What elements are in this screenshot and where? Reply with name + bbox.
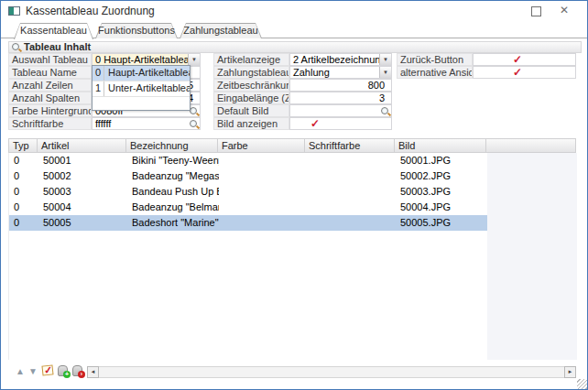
cell-bild: 50001.JPG	[396, 153, 487, 168]
cell-schriftfarbe	[306, 153, 396, 168]
column-header-schriftfarbe[interactable]: Schriftfarbe	[305, 138, 395, 153]
input-schriftfarbe[interactable]: ffffff	[92, 117, 201, 130]
color-lookup-icon[interactable]	[190, 107, 197, 114]
cell-typ: 0	[9, 200, 38, 215]
checked-icon: ✓	[513, 54, 522, 65]
checked-icon: ✓	[513, 67, 522, 78]
combo-zahlungstableau[interactable]: Zahlung ▼	[289, 66, 392, 79]
cell-bild: 50002.JPG	[396, 168, 487, 184]
item-number: 1	[93, 81, 104, 96]
label-farbe-hintergrund: Farbe Hintergrund	[8, 104, 92, 117]
column-header-bild[interactable]: Bild	[395, 138, 486, 153]
cell-bild: 50005.JPG	[396, 215, 487, 231]
scroll-left-button[interactable]: ◄	[87, 366, 99, 378]
label-anzahl-spalten: Anzahl Spalten	[8, 92, 92, 104]
input-default-bild[interactable]	[289, 104, 392, 117]
combo-value: Zahlung	[293, 67, 330, 78]
add-record-button[interactable]: +	[58, 365, 71, 378]
note-check-icon: ✓	[41, 364, 53, 375]
cell-farbe	[219, 184, 306, 200]
field-value: 800	[368, 80, 385, 91]
window-title: Kassentableau Zuordnung	[26, 5, 155, 17]
checkbox-bild-anzeigen[interactable]: ✓	[289, 117, 392, 130]
table-row[interactable]: 0 50001 Bikini "Teeny-Weeny" 50001.JPG	[9, 153, 487, 168]
cell-farbe	[219, 215, 306, 231]
item-label: Haupt-Artikeltableau	[104, 66, 190, 81]
cell-schriftfarbe	[306, 215, 396, 231]
tab-label: Kassentableau	[14, 23, 93, 39]
cell-farbe	[219, 153, 306, 168]
maximize-button[interactable]	[531, 6, 541, 16]
article-table: 0 50001 Bikini "Teeny-Weeny" 50001.JPG 0…	[8, 153, 576, 360]
cell-bezeichnung: Badeshort "Marine"	[127, 215, 219, 231]
arrow-badge-icon: ›	[78, 371, 85, 378]
cell-schriftfarbe	[306, 184, 396, 200]
label-default-bild: Default Bild	[213, 104, 289, 117]
plus-badge-icon: +	[63, 371, 71, 378]
auswahl-tableau-dropdown-list: 0 Haupt-Artikeltableau 1 Unter-Artikelta…	[92, 65, 191, 111]
field-value: 3	[379, 92, 385, 103]
label-zeitbeschraenkung: Zeitbeschränkung (ms)	[213, 79, 289, 92]
delete-record-button[interactable]: ›	[72, 365, 85, 378]
combo-auswahl-tableau[interactable]: 0 Haupt-Artikeltableau ▼	[92, 53, 201, 66]
cell-typ: 0	[9, 153, 38, 168]
up-triangle-icon: ▲	[16, 366, 25, 376]
scroll-right-button[interactable]: ►	[564, 366, 576, 378]
resize-grip[interactable]	[577, 379, 587, 389]
combo-value: 2 Artikelbezeichnung	[293, 54, 387, 65]
table-row-selected[interactable]: 0 50005 Badeshort "Marine" 50005.JPG	[9, 215, 487, 231]
dropdown-item-haupt-artikeltableau[interactable]: 0 Haupt-Artikeltableau	[93, 66, 190, 81]
column-header-bezeichnung[interactable]: Bezeichnung	[126, 138, 218, 153]
image-lookup-icon[interactable]	[381, 107, 388, 114]
cell-artikel: 50001	[38, 153, 127, 168]
tab-kassentableau[interactable]: Kassentableau	[14, 23, 93, 39]
cell-schriftfarbe	[306, 168, 396, 184]
tab-label: Zahlungstableau	[180, 23, 262, 38]
cell-bezeichnung: Badeanzug "Megasun"	[127, 168, 219, 184]
confirm-edit-button[interactable]: ✓	[42, 365, 55, 378]
table-row[interactable]: 0 50002 Badeanzug "Megasun" 50002.JPG	[9, 168, 487, 184]
combo-artikelanzeige[interactable]: 2 Artikelbezeichnung ▼	[289, 53, 392, 66]
column-header-typ[interactable]: Typ	[8, 138, 38, 153]
label-anzahl-zeilen: Anzahl Zeilen	[8, 79, 92, 92]
label-bild-anzeigen: Bild anzeigen	[213, 117, 289, 130]
checkbox-alternative-ansicht[interactable]: ✓	[473, 66, 576, 79]
titlebar: Kassentableau Zuordnung ✕	[1, 1, 587, 21]
group-title: Tableau Inhalt	[24, 42, 91, 52]
label-zurueck-button: Zurück-Button	[397, 53, 473, 66]
move-down-button[interactable]: ▼	[28, 365, 38, 378]
checkbox-zurueck-button[interactable]: ✓	[473, 53, 576, 66]
dropdown-arrow-icon[interactable]: ▼	[188, 54, 200, 65]
database-add-icon: +	[58, 365, 68, 376]
tab-zahlungstableau[interactable]: Zahlungstableau	[180, 23, 262, 38]
cell-bezeichnung: Badeanzug "Belmare"	[127, 200, 219, 215]
combo-value: 0 Haupt-Artikeltableau	[95, 54, 195, 65]
magnifier-icon	[12, 43, 19, 50]
close-button[interactable]: ✕	[558, 3, 571, 17]
item-label: Unter-Artikeltableau	[104, 81, 190, 96]
label-eingabelaenge: Eingabelänge (Zeichen)	[213, 92, 289, 104]
dropdown-arrow-icon[interactable]: ▼	[379, 54, 391, 65]
input-eingabelaenge[interactable]: 3	[289, 92, 392, 104]
dropdown-arrow-icon[interactable]: ▼	[379, 67, 391, 78]
column-header-farbe[interactable]: Farbe	[218, 138, 305, 153]
label-tableau-name: Tableau Name	[8, 66, 92, 79]
checked-icon: ✓	[43, 363, 52, 375]
cell-farbe	[219, 200, 306, 215]
column-header-filler	[486, 138, 576, 153]
app-icon	[8, 6, 20, 16]
dropdown-item-unter-artikeltableau[interactable]: 1 Unter-Artikeltableau	[93, 81, 190, 97]
horizontal-scrollbar-track[interactable]	[99, 366, 564, 378]
input-zeitbeschraenkung[interactable]: 800	[289, 79, 392, 92]
cell-artikel: 50005	[38, 215, 127, 231]
cell-artikel: 50004	[38, 200, 127, 215]
column-header-artikel[interactable]: Artikel	[38, 138, 126, 153]
tab-funktionsbuttons[interactable]: Funktionsbuttons	[95, 23, 178, 38]
label-schriftfarbe: Schriftfarbe	[8, 117, 92, 130]
table-row[interactable]: 0 50004 Badeanzug "Belmare" 50004.JPG	[9, 200, 487, 215]
color-lookup-icon[interactable]	[190, 120, 197, 127]
move-up-button[interactable]: ▲	[16, 365, 26, 378]
label-artikelanzeige: Artikelanzeige	[213, 53, 289, 66]
cell-farbe	[219, 168, 306, 184]
table-row[interactable]: 0 50003 Bandeau Push Up Bikini N... 5000…	[9, 184, 487, 200]
